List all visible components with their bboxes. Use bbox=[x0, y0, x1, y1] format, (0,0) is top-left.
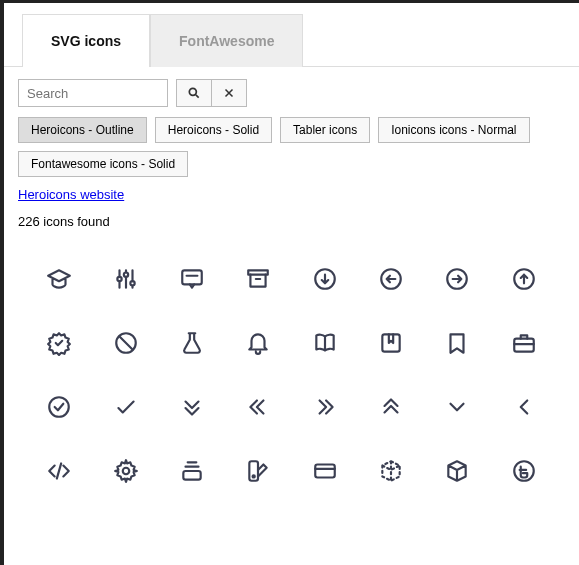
filters: Heroicons - Outline Heroicons - Solid Ta… bbox=[4, 117, 579, 183]
icon-chevron-double-right[interactable] bbox=[298, 381, 352, 433]
icon-badge-check[interactable] bbox=[32, 317, 86, 369]
filter-tabler[interactable]: Tabler icons bbox=[280, 117, 370, 143]
icon-bookmark[interactable] bbox=[430, 317, 484, 369]
svg-point-1 bbox=[117, 277, 121, 281]
icon-cube-transparent[interactable] bbox=[364, 445, 418, 497]
icon-chevron-double-down[interactable] bbox=[165, 381, 219, 433]
search-input[interactable] bbox=[18, 79, 168, 107]
filter-fontawesome-solid[interactable]: Fontawesome icons - Solid bbox=[18, 151, 188, 177]
icon-book-open[interactable] bbox=[298, 317, 352, 369]
svg-rect-18 bbox=[315, 465, 335, 478]
icon-credit-card[interactable] bbox=[298, 445, 352, 497]
icon-cog[interactable] bbox=[98, 445, 152, 497]
icon-ban[interactable] bbox=[98, 317, 152, 369]
icon-arrow-circle-left[interactable] bbox=[364, 253, 418, 305]
icon-academic-cap[interactable] bbox=[32, 253, 86, 305]
icon-bell[interactable] bbox=[231, 317, 285, 369]
icon-arrow-circle-down[interactable] bbox=[298, 253, 352, 305]
filter-heroicons-solid[interactable]: Heroicons - Solid bbox=[155, 117, 272, 143]
svg-rect-11 bbox=[382, 334, 399, 351]
tab-svg-icons[interactable]: SVG icons bbox=[22, 14, 150, 67]
svg-point-3 bbox=[130, 281, 134, 285]
search-icon bbox=[187, 86, 201, 100]
icon-picker-panel: SVG icons FontAwesome Heroicons - Outlin… bbox=[4, 3, 579, 565]
svg-rect-15 bbox=[183, 471, 200, 480]
search-row bbox=[4, 67, 579, 117]
icon-chevron-double-up[interactable] bbox=[364, 381, 418, 433]
filter-heroicons-outline[interactable]: Heroicons - Outline bbox=[18, 117, 147, 143]
icon-beaker[interactable] bbox=[165, 317, 219, 369]
svg-point-0 bbox=[189, 88, 196, 95]
icon-check-circle[interactable] bbox=[32, 381, 86, 433]
search-button[interactable] bbox=[176, 79, 212, 107]
clear-button[interactable] bbox=[211, 79, 247, 107]
heroicons-website-link[interactable]: Heroicons website bbox=[18, 187, 124, 202]
filter-ionicons-normal[interactable]: Ionicons icons - Normal bbox=[378, 117, 529, 143]
icon-chevron-down[interactable] bbox=[430, 381, 484, 433]
tab-fontawesome[interactable]: FontAwesome bbox=[150, 14, 303, 67]
icon-archive[interactable] bbox=[231, 253, 285, 305]
icon-chevron-double-left[interactable] bbox=[231, 381, 285, 433]
icon-adjustments[interactable] bbox=[98, 253, 152, 305]
link-row: Heroicons website bbox=[4, 183, 579, 210]
svg-point-2 bbox=[123, 273, 127, 277]
svg-rect-4 bbox=[182, 270, 202, 284]
icon-collection[interactable] bbox=[165, 445, 219, 497]
svg-point-17 bbox=[253, 475, 255, 477]
close-icon bbox=[223, 87, 235, 99]
icon-briefcase[interactable] bbox=[497, 317, 551, 369]
icon-arrow-circle-up[interactable] bbox=[497, 253, 551, 305]
icon-check[interactable] bbox=[98, 381, 152, 433]
icon-annotation[interactable] bbox=[165, 253, 219, 305]
svg-point-14 bbox=[122, 468, 129, 475]
tabs: SVG icons FontAwesome bbox=[4, 3, 579, 67]
svg-point-13 bbox=[49, 397, 69, 417]
icon-arrow-circle-right[interactable] bbox=[430, 253, 484, 305]
icon-cube[interactable] bbox=[430, 445, 484, 497]
icon-grid bbox=[4, 239, 579, 511]
icon-color-swatch[interactable] bbox=[231, 445, 285, 497]
icon-chevron-left[interactable] bbox=[497, 381, 551, 433]
icon-bookmark-alt[interactable] bbox=[364, 317, 418, 369]
icon-code[interactable] bbox=[32, 445, 86, 497]
results-count: 226 icons found bbox=[4, 210, 579, 239]
icon-currency-bangladeshi[interactable] bbox=[497, 445, 551, 497]
